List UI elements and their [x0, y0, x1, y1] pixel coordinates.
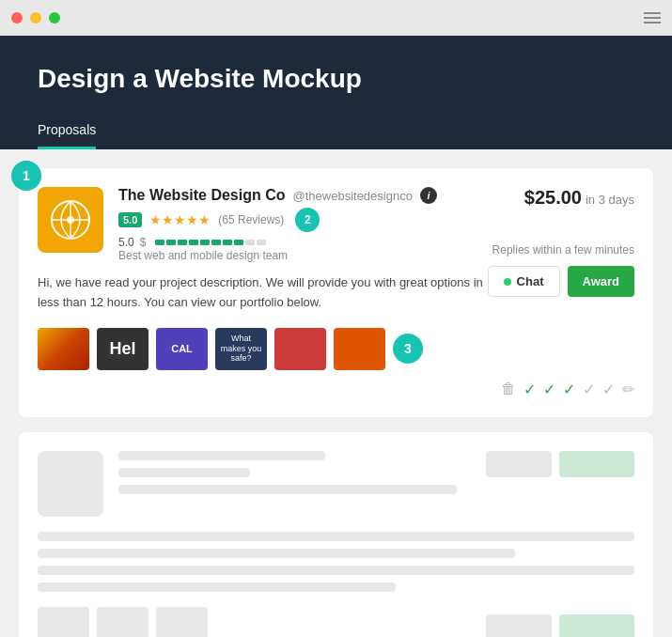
- skeleton-line-4: [38, 532, 634, 541]
- badge-1: 1: [11, 161, 41, 191]
- portfolio-img-6[interactable]: [334, 328, 385, 370]
- check-icon-1[interactable]: ✓: [524, 381, 536, 398]
- level-bar-10: [257, 240, 266, 245]
- level-bar-7: [223, 240, 232, 245]
- vendor-description: Best web and mobile design team: [118, 249, 506, 262]
- level-bar-6: [211, 240, 221, 245]
- skeleton-card: [19, 432, 653, 637]
- award-button[interactable]: Award: [568, 266, 635, 297]
- skeleton-footer-btn-2: [559, 614, 634, 637]
- skeleton-line-1: [118, 451, 325, 460]
- page-header: Design a Website Mockup Proposals: [0, 36, 672, 149]
- hamburger-menu-icon[interactable]: [644, 12, 661, 23]
- level-bar-9: [245, 240, 255, 245]
- tab-proposals[interactable]: Proposals: [38, 113, 96, 149]
- badge-2: 2: [295, 208, 320, 232]
- vendor-info: The Website Design Co @thewebsitedesignc…: [118, 187, 506, 262]
- minimize-button[interactable]: [30, 12, 41, 23]
- rating-badge: 5.0: [118, 212, 142, 227]
- button-row: Chat Award: [488, 266, 634, 297]
- rating-row: 5.0 ★★★★★ (65 Reviews) 2: [118, 208, 506, 232]
- titlebar: [0, 0, 672, 36]
- window-controls: [11, 12, 60, 23]
- skeleton-actions: [486, 451, 634, 477]
- level-bar-3: [178, 240, 187, 245]
- check-icon-2[interactable]: ✓: [543, 381, 555, 398]
- level-bar-1: [155, 240, 164, 245]
- price-value: $25.00: [524, 187, 582, 209]
- tabs-bar: Proposals: [38, 113, 634, 149]
- reviews-count: (65 Reviews): [218, 213, 284, 226]
- portfolio-img-2[interactable]: Hel: [97, 328, 148, 370]
- skeleton-content: [118, 451, 471, 502]
- skeleton-portfolio-1: [38, 607, 89, 637]
- chat-label: Chat: [517, 274, 544, 288]
- skeleton-btn-2: [559, 451, 634, 477]
- price-duration: in 3 days: [586, 193, 634, 207]
- skeleton-line-7: [38, 583, 396, 592]
- level-bars: [155, 240, 266, 245]
- stars-icon: ★★★★★: [149, 212, 211, 227]
- badge-3: 3: [393, 334, 423, 364]
- close-button[interactable]: [11, 12, 23, 23]
- skeleton-portfolio-2: [97, 607, 148, 637]
- app-window: Design a Website Mockup Proposals 1: [0, 0, 672, 637]
- skeleton-line-2: [118, 468, 250, 477]
- level-label: 5.0: [118, 236, 134, 249]
- page-title: Design a Website Mockup: [38, 64, 634, 94]
- price-section: $25.00 in 3 days: [524, 187, 634, 209]
- check-icon-3[interactable]: ✓: [563, 381, 575, 398]
- skeleton-btn-1: [486, 451, 552, 477]
- level-bar-4: [189, 240, 198, 245]
- edit-icon[interactable]: ✏: [622, 381, 634, 398]
- skeleton-line-5: [38, 549, 515, 558]
- skeleton-footer-btn-1: [486, 614, 552, 637]
- reply-text: Replies within a few minutes: [492, 243, 634, 256]
- skeleton-line-6: [38, 566, 634, 575]
- delete-icon[interactable]: 🗑: [501, 381, 516, 397]
- portfolio-img-3[interactable]: CAL: [156, 328, 208, 370]
- skeleton-portfolio-3: [156, 607, 208, 637]
- action-section: Replies within a few minutes Chat Award: [488, 243, 634, 380]
- skeleton-line-3: [118, 485, 457, 494]
- level-row: 5.0 $: [118, 236, 506, 249]
- main-content: 1 The Website Design Co: [0, 149, 672, 637]
- vendor-handle: @thewebsitedesignco: [293, 189, 413, 203]
- maximize-button[interactable]: [49, 12, 60, 23]
- portfolio-img-5[interactable]: [274, 328, 326, 370]
- portfolio-img-1[interactable]: [38, 328, 89, 370]
- check-icon-5[interactable]: ✓: [602, 381, 615, 398]
- level-bar-5: [200, 240, 210, 245]
- vendor-avatar: [38, 187, 103, 253]
- vendor-name-row: The Website Design Co @thewebsitedesignc…: [118, 187, 506, 204]
- card-footer-actions: 🗑 ✓ ✓ ✓ ✓ ✓ ✏: [501, 381, 634, 398]
- proposal-card-1: 1 The Website Design Co: [19, 168, 653, 417]
- skeleton-footer-btns: [486, 614, 634, 637]
- portfolio-img-4[interactable]: What makes you safe?: [215, 328, 267, 370]
- online-indicator: [504, 278, 511, 286]
- info-icon[interactable]: i: [420, 187, 437, 204]
- skeleton-footer: [38, 607, 634, 637]
- level-bar-2: [166, 240, 176, 245]
- svg-point-1: [67, 216, 74, 224]
- proposal-text: Hi, we have read your project descriptio…: [38, 273, 489, 313]
- check-icon-4[interactable]: ✓: [583, 381, 595, 398]
- skeleton-avatar: [38, 451, 103, 517]
- skeleton-body: [38, 532, 634, 637]
- level-bar-8: [234, 240, 243, 245]
- chat-button[interactable]: Chat: [488, 266, 560, 297]
- skeleton-row: [38, 451, 634, 517]
- dollar-icon: $: [140, 236, 147, 249]
- vendor-name: The Website Design Co: [118, 187, 286, 204]
